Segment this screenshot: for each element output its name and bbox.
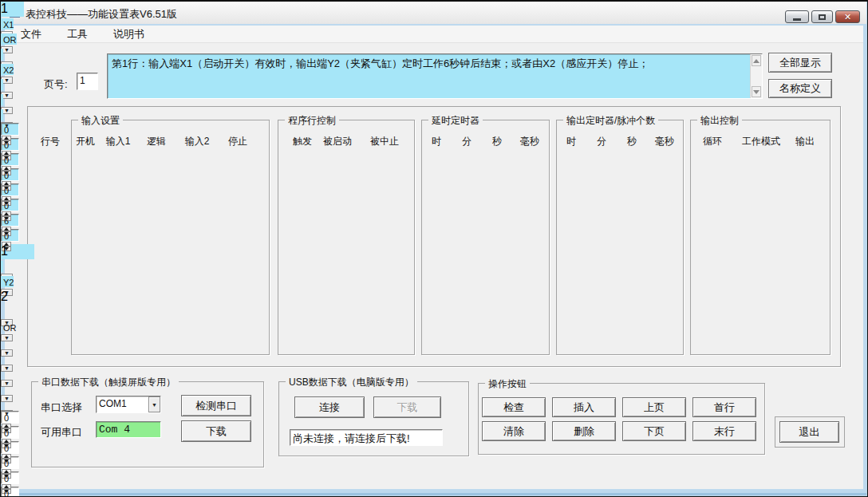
true[interactable]: 0: [1, 153, 867, 168]
menu-item-tools[interactable]: 工具: [57, 25, 97, 44]
true[interactable]: 0: [1, 183, 867, 199]
started-select-value[interactable]: [1, 94, 3, 105]
close-button[interactable]: ✕: [835, 10, 860, 23]
false: 1: [1, 2, 24, 17]
close-icon: ✕: [844, 13, 851, 22]
aborted-select-value[interactable]: [1, 397, 3, 408]
spin-up-icon: [4, 152, 9, 155]
group-operations-title: 操作按钮: [485, 377, 530, 391]
scroll-up-icon: [753, 59, 760, 63]
menu-item-manual[interactable]: 说明书: [104, 25, 154, 44]
page-number-input[interactable]: 1: [77, 73, 98, 90]
description-scrollbar[interactable]: [750, 54, 762, 98]
spin-up-icon: [4, 424, 9, 428]
true[interactable]: 0: [1, 168, 867, 183]
true[interactable]: X1: [1, 17, 46, 32]
true[interactable]: 0: [1, 487, 867, 497]
detect-serial-button[interactable]: 检测串口: [181, 395, 251, 416]
next-page-button[interactable]: 下页: [622, 421, 686, 441]
trigger-select-value[interactable]: [1, 79, 3, 90]
name-define-button[interactable]: 名称定义: [768, 79, 832, 98]
row-description-textarea[interactable]: 第1行：输入端X1（启动开关）有效时，输出端Y2（夹紧气缸）定时工作6秒钟后结束…: [107, 53, 763, 99]
show-all-button[interactable]: 全部显示: [768, 53, 832, 73]
group-serial-download-title: 串口数据下载（触摸屏版专用）: [38, 376, 179, 389]
minimize-button[interactable]: [785, 10, 809, 23]
spin-up-icon: [4, 167, 9, 170]
true[interactable]: X2: [1, 62, 42, 77]
delete-button[interactable]: 删除: [552, 421, 616, 441]
exit-button[interactable]: 退出: [779, 421, 839, 443]
delay-hour-spinner-value[interactable]: 0: [1, 411, 19, 424]
true[interactable]: 0: [1, 123, 867, 138]
output-select-value[interactable]: Y2: [1, 276, 14, 287]
serial-port-select-label: 串口选择: [41, 400, 82, 415]
row-description-text: 第1行：输入端X1（启动开关）有效时，输出端Y2（夹紧气缸）定时工作6秒钟后结束…: [112, 57, 649, 69]
workmode-select-value[interactable]: [1, 261, 3, 272]
usb-download-button: 下载: [373, 396, 441, 418]
usb-status-field: 尚未连接，请连接后下载!: [290, 429, 443, 446]
clear-button[interactable]: 清除: [482, 421, 546, 441]
true[interactable]: OR: [1, 32, 31, 47]
true[interactable]: 0: [1, 229, 867, 244]
started-select-value[interactable]: [1, 382, 3, 393]
spin-up-icon: [4, 182, 9, 185]
delay-hour-spinner-value[interactable]: 0: [1, 123, 19, 136]
logic-select-value[interactable]: OR: [1, 321, 17, 333]
true[interactable]: 0: [1, 199, 867, 214]
true[interactable]: 6: [1, 214, 867, 229]
spin-up-icon: [4, 227, 9, 231]
check-button[interactable]: 检查: [482, 397, 546, 417]
prev-page-button[interactable]: 上页: [622, 397, 686, 417]
group-usb-download-title: USB数据下载（电脑版专用）: [286, 376, 417, 389]
minimize-icon: [793, 18, 801, 21]
maximize-button[interactable]: [811, 10, 833, 23]
scroll-down-button[interactable]: [752, 86, 761, 97]
scroll-up-button[interactable]: [752, 55, 761, 66]
page-number-label: 页号:: [44, 77, 68, 92]
spin-up-icon: [4, 470, 9, 473]
spin-up-icon: [4, 212, 9, 215]
last-row-button[interactable]: 末行: [692, 421, 756, 441]
serial-port-select[interactable]: COM1: [96, 396, 161, 413]
stop-select-value[interactable]: [1, 352, 3, 363]
spin-up-icon: [4, 455, 9, 458]
input1-select-value[interactable]: [1, 306, 3, 318]
true[interactable]: [1, 305, 46, 320]
serial-port-select-value[interactable]: COM1: [97, 396, 148, 412]
chevron-down-icon[interactable]: [148, 396, 160, 412]
aborted-select-value[interactable]: [1, 109, 3, 120]
spin-up-icon: [4, 136, 9, 140]
available-port-field: Com 4: [96, 421, 161, 438]
spin-up-icon: [4, 440, 9, 443]
spin-up-icon: [4, 197, 9, 200]
window-title: 表控科技——功能设置表V6.51版: [26, 7, 177, 22]
stop-select-value[interactable]: X2: [1, 64, 14, 75]
first-row-button[interactable]: 首行: [692, 397, 756, 417]
maximize-icon: [819, 14, 826, 20]
available-port-label: 可用串口: [41, 425, 82, 440]
trigger-select-value[interactable]: [1, 367, 3, 378]
true[interactable]: 0: [1, 471, 867, 487]
true[interactable]: 1: [1, 244, 34, 259]
input1-select-value[interactable]: X1: [1, 18, 14, 30]
group-operations: 操作按钮: [478, 383, 765, 455]
serial-download-button[interactable]: 下载: [181, 420, 251, 442]
spin-up-icon: [4, 485, 9, 488]
scroll-down-icon: [753, 90, 760, 94]
logic-select-value[interactable]: OR: [1, 34, 17, 45]
menu-bar: 文件 工具 说明书: [5, 26, 863, 43]
usb-connect-button[interactable]: 连接: [294, 396, 365, 418]
false: 2: [1, 290, 24, 305]
input2-select-value[interactable]: [1, 337, 3, 348]
app-window: 表控科技——功能设置表V6.51版 ✕ 文件 工具 说明书 页号: 1 第1行：…: [0, 0, 868, 497]
true[interactable]: 0: [1, 138, 867, 153]
true[interactable]: [1, 259, 50, 274]
input2-select-value[interactable]: [1, 49, 3, 60]
insert-button[interactable]: 插入: [552, 397, 616, 417]
true[interactable]: OR: [1, 320, 31, 335]
true[interactable]: Y2: [1, 274, 34, 290]
title-bar: 表控科技——功能设置表V6.51版 ✕: [2, 2, 866, 24]
